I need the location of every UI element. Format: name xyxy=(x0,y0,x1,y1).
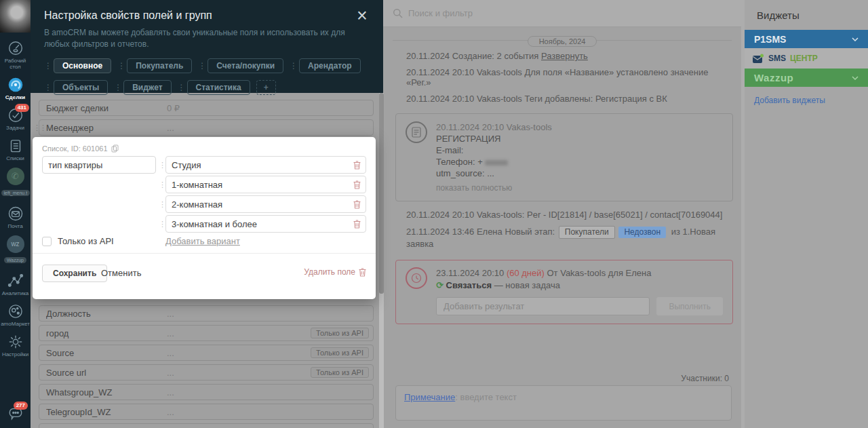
field-name-input[interactable] xyxy=(42,156,156,174)
tab-statistika[interactable]: Статистика xyxy=(187,80,250,95)
drag-handle-icon[interactable]: ⋮⋮ xyxy=(33,123,45,132)
sidebar-chat-button[interactable]: 277 xyxy=(0,404,31,423)
field-options-list: ⋮⋮ ⋮⋮ ⋮⋮ xyxy=(159,156,366,235)
drag-handle-icon[interactable]: ⋮⋮ xyxy=(159,200,165,209)
drag-handle-icon[interactable]: ⋮ xyxy=(198,61,205,71)
widgets-panel: Виджеты P1SMS SMS ЦЕНТР Wazzup Добавить … xyxy=(745,0,868,428)
sidebar-item-wazzup[interactable]: wz Wazzup xyxy=(0,235,31,266)
widget-sms-center[interactable]: SMS ЦЕНТР xyxy=(745,48,868,69)
tab-pokupatel[interactable]: Покупатель xyxy=(127,58,192,73)
api-only-checkbox[interactable] xyxy=(42,237,52,246)
sidebar-item-left-menu-widget[interactable]: ✆ left_menu.t xyxy=(0,168,31,199)
note-header: 20.11.2024 20:10 Vakas-tools xyxy=(436,121,552,133)
sidebar-item-amomarket[interactable]: amoМаркет xyxy=(0,303,31,327)
feed-timeline: Ноябрь, 2024 20.11.2024 Создание: 2 собы… xyxy=(383,35,741,324)
option-row: ⋮⋮ xyxy=(159,215,366,233)
deals-icon xyxy=(7,76,24,94)
tab-arendator[interactable]: Арендатор xyxy=(299,58,361,73)
month-pill[interactable]: Ноябрь, 2024 xyxy=(528,36,597,47)
cancel-button[interactable]: Отменить xyxy=(101,268,141,278)
chevron-down-icon xyxy=(852,76,859,80)
mail-icon xyxy=(7,205,24,222)
sidebar-item-settings[interactable]: Настройки xyxy=(0,333,31,357)
drag-handle-icon[interactable]: ⋮ xyxy=(44,61,52,71)
drag-handle-icon[interactable]: ⋮⋮ xyxy=(159,220,165,229)
field-row-budget[interactable]: Бюджет сделки 0 ₽ xyxy=(39,100,374,116)
sidebar-item-label: Настройки xyxy=(0,351,31,357)
field-row-gorod[interactable]: город ... Только из API xyxy=(39,325,374,341)
sidebar-item-label: Сделки xyxy=(0,94,31,100)
amocrm-app: Рабочий стол Сделки 431 Задачи xyxy=(0,0,868,428)
delete-field-button[interactable]: Удалить поле xyxy=(304,267,366,277)
field-row-telegroupid[interactable]: TelegroupId_WZ ... xyxy=(39,404,374,420)
trash-icon[interactable] xyxy=(353,180,361,189)
option-input[interactable] xyxy=(165,176,366,193)
complete-task-button[interactable]: Выполнить xyxy=(656,297,723,315)
copy-icon[interactable] xyxy=(111,144,119,153)
sidebar-item-lists[interactable]: Списки xyxy=(0,137,31,161)
task-header: 23.11.2024 20:10 (60 дней) От Vakas-tool… xyxy=(436,267,723,279)
sidebar-item-label: Списки xyxy=(0,155,31,161)
sidebar-item-dashboard[interactable]: Рабочий стол xyxy=(0,39,31,70)
field-row-source[interactable]: Source ... Только из API xyxy=(39,345,374,361)
option-row: ⋮⋮ xyxy=(159,195,366,213)
drag-handle-icon[interactable]: ⋮⋮ xyxy=(159,180,165,189)
task-type-icon: ⟳ xyxy=(436,280,443,290)
sidebar-item-deals[interactable]: Сделки xyxy=(0,76,31,100)
tab-osnovnoe[interactable]: Основное xyxy=(54,58,111,73)
overdue-label: (60 дней) xyxy=(507,268,545,278)
save-button[interactable]: Сохранить xyxy=(42,265,107,282)
api-only-badge: Только из API xyxy=(311,347,369,358)
note-phone-line: Телефон: + xyxy=(436,156,552,168)
registration-note-card[interactable]: 20.11.2024 20:10 Vakas-tools РЕГИСТРАЦИЯ… xyxy=(395,113,733,201)
sidebar-item-analytics[interactable]: Аналитика xyxy=(0,272,31,296)
option-row: ⋮⋮ xyxy=(159,156,366,174)
note-input-box[interactable]: Примечание: введите текст xyxy=(395,385,732,421)
sidebar-item-mail[interactable]: Почта xyxy=(0,205,31,229)
note-body: 20.11.2024 20:10 Vakas-tools РЕГИСТРАЦИЯ… xyxy=(436,121,552,194)
lead-feed: Ноябрь, 2024 20.11.2024 Создание: 2 собы… xyxy=(383,0,741,428)
user-avatar[interactable] xyxy=(0,0,31,33)
task-result-input[interactable] xyxy=(436,297,650,315)
option-input[interactable] xyxy=(165,156,366,174)
show-full-link[interactable]: показать полностью xyxy=(436,182,552,194)
field-row-whatsgroup[interactable]: Whatsgroup_WZ ... xyxy=(39,384,374,400)
participants-count: Участники: 0 xyxy=(681,374,729,383)
tab-scheta-pokupki[interactable]: Счета/покупки xyxy=(208,58,283,73)
api-only-badge: Только из API xyxy=(311,328,369,338)
drag-handle-icon[interactable]: ⋮ xyxy=(290,61,297,71)
field-row-source-url[interactable]: Source url ... Только из API xyxy=(39,364,374,381)
field-row-instagram[interactable]: Instagram_WZ ... xyxy=(39,423,374,428)
sidebar-item-tasks[interactable]: 431 Задачи xyxy=(0,106,31,131)
tab-vidzhet[interactable]: Виджет xyxy=(123,80,171,95)
trash-icon[interactable] xyxy=(353,220,361,229)
drag-handle-icon[interactable]: ⋮ xyxy=(117,61,125,71)
stage-tag[interactable]: Недозвон xyxy=(618,227,666,238)
trash-icon[interactable] xyxy=(353,161,361,170)
tab-obekty[interactable]: Объекты xyxy=(54,80,108,95)
feed-event: 20.11.2024 Создание: 2 события Развернут… xyxy=(406,51,732,61)
drag-handle-icon[interactable]: ⋮ xyxy=(44,83,52,92)
analytics-icon xyxy=(7,272,24,290)
settings-scrollbar-thumb[interactable] xyxy=(379,93,384,294)
option-input[interactable] xyxy=(165,195,366,213)
widget-p1sms[interactable]: P1SMS xyxy=(745,30,868,48)
field-row-messenger[interactable]: ⋮⋮ Месенджер ... xyxy=(39,119,374,136)
drag-handle-icon[interactable]: ⋮ xyxy=(114,83,121,92)
drag-handle-icon[interactable]: ⋮ xyxy=(178,83,185,92)
option-input[interactable] xyxy=(165,215,366,233)
sidebar-item-label: left_menu.t xyxy=(1,190,30,196)
note-type-link[interactable]: Примечание xyxy=(404,392,455,402)
add-widgets-link[interactable]: Добавить виджеты xyxy=(745,87,868,114)
note-email-line: E-mail: xyxy=(436,144,552,156)
expand-link[interactable]: Развернуть xyxy=(541,51,588,61)
add-option-link[interactable]: Добавить вариант xyxy=(165,236,240,246)
close-icon[interactable]: × xyxy=(353,7,371,24)
add-tab-button[interactable]: + xyxy=(256,80,276,95)
drag-handle-icon[interactable]: ⋮⋮ xyxy=(159,161,165,170)
pipeline-tag[interactable]: Покупатели xyxy=(559,226,615,239)
search-input[interactable] xyxy=(408,8,732,18)
trash-icon[interactable] xyxy=(353,200,361,209)
field-row-dolzhnost[interactable]: Должность ... xyxy=(39,305,374,322)
widget-wazzup[interactable]: Wazzup xyxy=(745,69,868,87)
